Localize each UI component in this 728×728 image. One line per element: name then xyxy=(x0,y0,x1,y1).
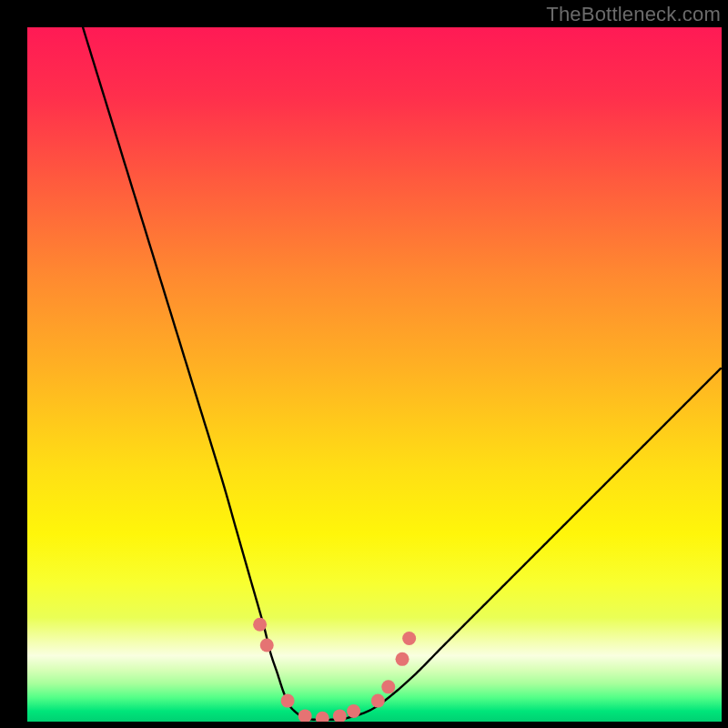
plot-area xyxy=(27,27,722,722)
curve-layer xyxy=(27,27,722,722)
chart-frame: TheBottleneck.com xyxy=(0,0,728,728)
watermark-text: TheBottleneck.com xyxy=(546,3,721,26)
